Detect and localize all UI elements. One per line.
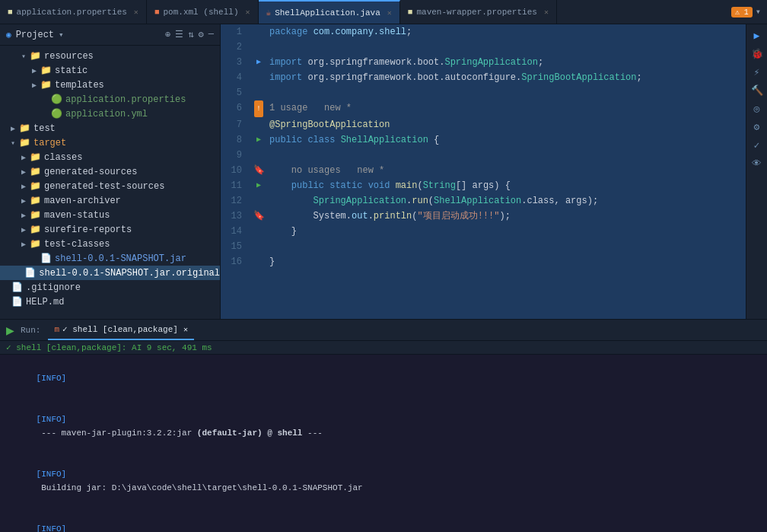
code-line-14: 14 }: [221, 224, 746, 239]
tree-item-maven-archiver[interactable]: ▶ 📁 maven-archiver: [0, 193, 220, 208]
settings-icon[interactable]: ⚙: [199, 29, 204, 40]
debug-strip-icon[interactable]: 🐞: [749, 46, 765, 62]
tree-label-app-yml: application.yml: [65, 109, 148, 119]
folder-icon: 📁: [29, 50, 41, 62]
tab-shell-application[interactable]: ☕ ShellApplication.java ✕: [259, 0, 400, 24]
tree-item-classes[interactable]: ▶ 📁 classes: [0, 150, 220, 164]
tree-item-gitignore[interactable]: 📄 .gitignore: [0, 280, 220, 295]
tree-label-resources: resources: [44, 51, 94, 62]
sort-icon[interactable]: ⇅: [188, 29, 193, 40]
build-status-text: ✓ shell [clean,package]: AI 9 sec, 491 m…: [6, 343, 212, 352]
line-content-1: package com.company.shell;: [266, 24, 746, 40]
line-content-3: import org.springframework.boot.SpringAp…: [266, 55, 746, 70]
line-content-16: }: [266, 254, 746, 269]
tab-label-pom: pom.xml (shell): [163, 8, 238, 17]
run-arrow-icon[interactable]: ▶: [256, 132, 261, 148]
tree-label-templates: templates: [55, 80, 104, 91]
build-strip-icon[interactable]: 🔨: [749, 82, 765, 99]
arrow-icon-templates: ▶: [29, 81, 40, 90]
tree-item-test-classes[interactable]: ▶ 📁 test-classes: [0, 237, 220, 251]
tree-label-maven-status: maven-status: [44, 210, 110, 221]
tree-item-shell-jar-original[interactable]: 📄 shell-0.0.1-SNAPSHOT.jar.original: [0, 266, 220, 280]
eye-strip-icon[interactable]: 👁: [749, 155, 765, 172]
close-icon[interactable]: ✕: [134, 8, 138, 17]
run-button[interactable]: ▶: [3, 324, 18, 336]
code-editor: 1 package com.company.shell; 2 3 ▶ impor…: [221, 24, 746, 319]
line-number-12: 12: [221, 193, 251, 209]
minimize-icon[interactable]: ─: [208, 29, 214, 40]
line-content-8: public class ShellApplication {: [266, 132, 746, 148]
profile-strip-icon[interactable]: ⚡: [749, 64, 765, 81]
bottom-tab-shell[interactable]: m ✓ shell [clean,package] ✕: [48, 320, 194, 340]
tree-item-app-yml[interactable]: 🟢 application.yml: [0, 107, 220, 121]
tree-label-shell-jar: shell-0.0.1-SNAPSHOT.jar: [55, 253, 186, 264]
more-tabs-button[interactable]: ▾: [756, 6, 761, 18]
tree-item-app-properties[interactable]: 🟢 application.properties: [0, 92, 220, 107]
bookmark-icon: 🔖: [253, 163, 265, 178]
tab-maven-wrapper[interactable]: ■ maven-wrapper.properties ✕: [400, 0, 557, 24]
tree-item-templates[interactable]: ▶ 📁 templates: [0, 78, 220, 92]
code-line-13: 13 🔖 System.out.println("项目启动成功!!!");: [221, 209, 746, 224]
arrow-icon-maven-status: ▶: [18, 211, 29, 220]
gear-strip-icon[interactable]: ⚙: [749, 119, 765, 135]
run-strip-icon[interactable]: ▶: [749, 27, 765, 44]
line-content-7: @SpringBootApplication: [266, 117, 746, 132]
bookmark-icon-13: 🔖: [253, 209, 265, 224]
left-icon-strip: ▶ 🐞 ⚡ 🔨 ◎ ⚙ ✓ 👁: [746, 24, 767, 319]
code-line-8: 8 ▶ public class ShellApplication {: [221, 132, 746, 148]
tree-item-help-md[interactable]: 📄 HELP.md: [0, 295, 220, 309]
close-icon-maven[interactable]: ✕: [544, 8, 549, 17]
tree-item-shell-jar[interactable]: 📄 shell-0.0.1-SNAPSHOT.jar: [0, 251, 220, 266]
project-icon: ◉: [6, 30, 11, 40]
line-number-8: 8: [221, 132, 251, 148]
line-content-13: System.out.println("项目启动成功!!!");: [266, 209, 746, 224]
add-icon[interactable]: ⊕: [165, 29, 170, 40]
build-line-maven-jar: [INFO] --- maven-jar-plugin:3.2.2:jar (d…: [6, 399, 761, 454]
tab-label-properties: application.properties: [17, 8, 127, 17]
tree-item-target[interactable]: ▾ 📁 target: [0, 135, 220, 150]
folder-icon-static: 📁: [40, 65, 52, 76]
run-arrow-icon-11[interactable]: ▶: [256, 178, 261, 193]
tab-label-maven: maven-wrapper.properties: [416, 8, 536, 17]
maven-icon: m: [54, 325, 59, 334]
line-content-10: no usages new *: [266, 163, 746, 178]
build-line-info-2: [INFO]: [6, 508, 761, 532]
code-line-10: 10 🔖 no usages new *: [221, 163, 746, 178]
test-strip-icon[interactable]: ✓: [749, 137, 765, 154]
file-icon-jar-original: 📄: [24, 267, 36, 279]
folder-icon-maven-archiver: 📁: [29, 195, 41, 206]
tree-item-test[interactable]: ▶ 📁 test: [0, 121, 220, 135]
line-content-4: import org.springframework.boot.autoconf…: [266, 70, 746, 85]
code-scroll[interactable]: 1 package com.company.shell; 2 3 ▶ impor…: [221, 24, 746, 319]
tree-item-resources[interactable]: ▾ 📁 resources: [0, 49, 220, 63]
tree-label-gen-test-sources: generated-test-sources: [44, 181, 164, 192]
tab-pom-xml[interactable]: ■ pom.xml (shell) ✕: [147, 0, 259, 24]
gutter-3: ▶: [251, 55, 266, 70]
file-icon-yml: 🟢: [50, 108, 62, 119]
tree-label-maven-archiver: maven-archiver: [44, 196, 121, 206]
tree-item-surefire[interactable]: ▶ 📁 surefire-reports: [0, 222, 220, 237]
coverage-strip-icon[interactable]: ◎: [749, 100, 765, 117]
close-icon-bottom-tab[interactable]: ✕: [183, 325, 188, 334]
build-output[interactable]: [INFO] [INFO] --- maven-jar-plugin:3.2.2…: [0, 355, 767, 532]
line-number-10: 10: [221, 163, 251, 178]
arrow-icon-test-classes: ▶: [18, 240, 29, 249]
arrow-icon-gen-sources: ▶: [18, 167, 29, 177]
gutter-11: ▶: [251, 178, 266, 193]
tree-item-static[interactable]: ▶ 📁 static: [0, 63, 220, 78]
tree-item-gen-sources[interactable]: ▶ 📁 generated-sources: [0, 164, 220, 179]
close-icon-pom[interactable]: ✕: [246, 8, 250, 17]
tree-item-maven-status[interactable]: ▶ 📁 maven-status: [0, 208, 220, 222]
list-icon[interactable]: ☰: [175, 29, 183, 40]
build-text-building-jar: Building jar: D:\java\code\shell\target\…: [37, 483, 363, 492]
line-number-1: 1: [221, 24, 251, 40]
tab-icon-pom: ■: [154, 8, 160, 17]
arrow-icon-gen-test-sources: ▶: [18, 182, 29, 191]
close-icon-java[interactable]: ✕: [387, 8, 392, 18]
project-dropdown-arrow[interactable]: ▾: [59, 30, 64, 40]
tree-label-classes: classes: [44, 152, 82, 163]
tab-application-properties[interactable]: ■ application.properties ✕: [0, 0, 147, 24]
folder-icon-classes: 📁: [29, 151, 41, 163]
sidebar-title: Project: [16, 30, 54, 40]
tree-item-gen-test-sources[interactable]: ▶ 📁 generated-test-sources: [0, 179, 220, 193]
